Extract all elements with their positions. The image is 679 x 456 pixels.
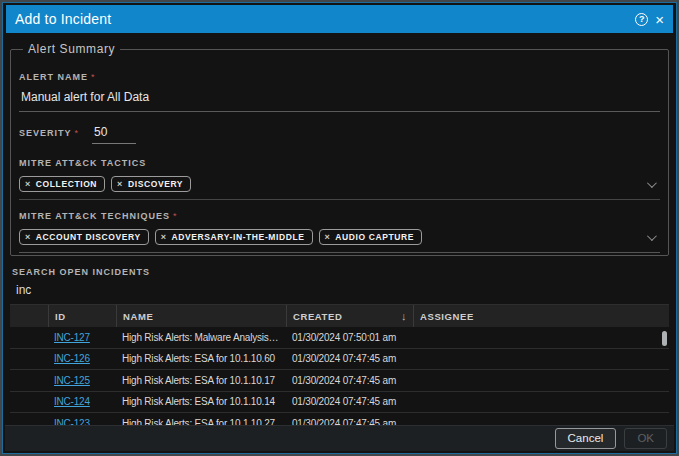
- alert-summary-section: Alert Summary ALERT NAME* SEVERITY* MITR…: [10, 42, 669, 256]
- tactics-group: MITRE ATT&CK TACTICS ×COLLECTION×DISCOVE…: [19, 152, 660, 200]
- incident-name-cell: High Risk Alerts: ESA for 10.1.10.60: [116, 353, 286, 364]
- table-row[interactable]: INC-127High Risk Alerts: Malware Analysi…: [10, 327, 669, 349]
- tag[interactable]: ×ADVERSARY-IN-THE-MIDDLE: [155, 229, 313, 245]
- search-incidents-input[interactable]: [10, 277, 310, 302]
- incident-id-cell: INC-125: [48, 375, 116, 386]
- required-asterisk: *: [91, 72, 95, 82]
- incident-id-link[interactable]: INC-125: [54, 375, 90, 386]
- alert-summary-legend: Alert Summary: [23, 42, 120, 56]
- tag-remove-icon[interactable]: ×: [325, 232, 331, 242]
- tactics-label: MITRE ATT&CK TACTICS: [19, 158, 146, 168]
- incident-id-link[interactable]: INC-126: [54, 353, 90, 364]
- techniques-label: MITRE ATT&CK TECHNIQUES: [19, 211, 170, 221]
- table-row[interactable]: INC-125High Risk Alerts: ESA for 10.1.10…: [10, 370, 669, 392]
- tag-remove-icon[interactable]: ×: [161, 232, 167, 242]
- techniques-tag-row[interactable]: ×ACCOUNT DISCOVERY×ADVERSARY-IN-THE-MIDD…: [19, 223, 660, 253]
- close-icon[interactable]: ×: [655, 12, 664, 27]
- chevron-down-icon[interactable]: [647, 231, 657, 241]
- incident-name-cell: High Risk Alerts: ESA for 10.1.10.14: [116, 396, 286, 407]
- severity-input[interactable]: [92, 125, 136, 144]
- header-created[interactable]: CREATED ↓: [286, 305, 413, 327]
- alert-name-input[interactable]: [19, 84, 660, 112]
- incident-created-cell: 01/30/2024 07:47:45 am: [286, 353, 413, 364]
- tag[interactable]: ×ACCOUNT DISCOVERY: [19, 229, 149, 245]
- dialog-footer: Cancel OK: [5, 425, 674, 451]
- techniques-group: MITRE ATT&CK TECHNIQUES* ×ACCOUNT DISCOV…: [19, 205, 660, 253]
- add-to-incident-dialog: Add to Incident ? × Alert Summary ALERT …: [0, 0, 679, 456]
- header-assignee[interactable]: ASSIGNEE: [413, 305, 669, 327]
- incident-id-cell: INC-126: [48, 353, 116, 364]
- incident-name-cell: High Risk Alerts: ESA for 10.1.10.17: [116, 375, 286, 386]
- ok-button[interactable]: OK: [624, 428, 667, 449]
- tag-remove-icon[interactable]: ×: [25, 232, 31, 242]
- tag[interactable]: ×COLLECTION: [19, 176, 105, 192]
- dialog-titlebar: Add to Incident ? ×: [6, 5, 673, 33]
- tag[interactable]: ×AUDIO CAPTURE: [319, 229, 423, 245]
- table-scrollbar-thumb[interactable]: [662, 331, 667, 346]
- severity-label: SEVERITY: [19, 128, 72, 138]
- tag-label: ADVERSARY-IN-THE-MIDDLE: [172, 232, 305, 242]
- dialog-content: Alert Summary ALERT NAME* SEVERITY* MITR…: [2, 42, 677, 456]
- table-row[interactable]: INC-124High Risk Alerts: ESA for 10.1.10…: [10, 392, 669, 414]
- header-id[interactable]: ID: [48, 305, 116, 327]
- tactics-tag-row[interactable]: ×COLLECTION×DISCOVERY: [19, 170, 660, 200]
- header-select-column: [10, 305, 48, 327]
- incident-id-link[interactable]: INC-127: [54, 332, 90, 343]
- alert-name-label: ALERT NAME: [19, 72, 88, 82]
- alert-name-group: ALERT NAME*: [19, 66, 660, 112]
- incident-created-cell: 01/30/2024 07:47:45 am: [286, 375, 413, 386]
- table-header-row: ID NAME CREATED ↓ ASSIGNEE: [10, 304, 669, 327]
- incident-id-cell: INC-124: [48, 396, 116, 407]
- severity-group: SEVERITY*: [19, 125, 660, 144]
- tag-label: COLLECTION: [36, 179, 97, 189]
- header-created-label: CREATED: [293, 311, 342, 322]
- sort-descending-icon[interactable]: ↓: [401, 310, 407, 322]
- incident-name-cell: High Risk Alerts: Malware Analysis for 1…: [116, 332, 286, 343]
- incident-created-cell: 01/30/2024 07:50:01 am: [286, 332, 413, 343]
- tag-remove-icon[interactable]: ×: [25, 179, 31, 189]
- required-asterisk: *: [75, 128, 79, 138]
- incident-created-cell: 01/30/2024 07:47:45 am: [286, 396, 413, 407]
- help-icon[interactable]: ?: [635, 13, 648, 26]
- tag-label: ACCOUNT DISCOVERY: [36, 232, 141, 242]
- tag-label: AUDIO CAPTURE: [335, 232, 414, 242]
- incident-id-cell: INC-127: [48, 332, 116, 343]
- cancel-button[interactable]: Cancel: [555, 428, 617, 449]
- tag[interactable]: ×DISCOVERY: [111, 176, 191, 192]
- incident-id-link[interactable]: INC-124: [54, 396, 90, 407]
- chevron-down-icon[interactable]: [647, 178, 657, 188]
- tag-remove-icon[interactable]: ×: [117, 179, 123, 189]
- search-open-incidents-label: SEARCH OPEN INCIDENTS: [12, 267, 669, 277]
- tag-label: DISCOVERY: [128, 179, 183, 189]
- header-name[interactable]: NAME: [116, 305, 286, 327]
- dialog-title: Add to Incident: [15, 11, 111, 27]
- table-row[interactable]: INC-126High Risk Alerts: ESA for 10.1.10…: [10, 349, 669, 371]
- required-asterisk: *: [173, 211, 177, 221]
